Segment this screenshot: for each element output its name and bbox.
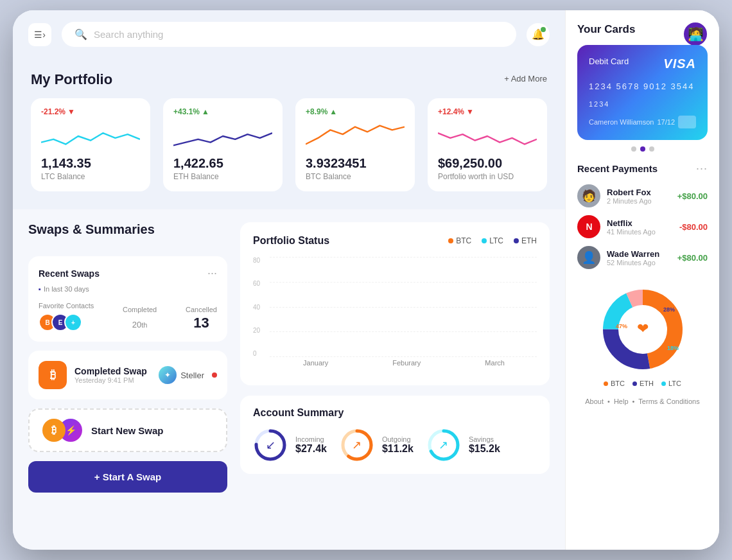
svg-text:47%: 47% — [616, 323, 627, 329]
payment-time-robert: 2 Minutes Ago — [607, 197, 671, 205]
footer-links: About • Help • Terms & Conditions — [577, 398, 708, 405]
ltc-value: 1,143.35 — [41, 156, 140, 171]
recent-swaps-menu[interactable]: ··· — [207, 267, 217, 280]
payment-info-robert: Robert Fox 2 Minutes Ago — [607, 188, 671, 205]
cancelled-val: 13 — [186, 315, 217, 331]
x-label-feb: Feburary — [392, 359, 421, 367]
recent-payments-title: Recent Payments — [577, 163, 658, 174]
bar-groups — [253, 257, 537, 356]
payment-wade: 👤 Wade Warren 52 Minutes Ago +$80.00 — [577, 246, 708, 269]
donut-legend-ltc: LTC — [661, 380, 681, 387]
status-dot — [212, 372, 217, 378]
ltc-chart — [41, 120, 140, 152]
payment-avatar-netflix: N — [577, 215, 600, 238]
ltc-change: -21.2% ▼ — [41, 107, 140, 116]
btc-value: 3.9323451 — [306, 156, 405, 171]
card-name: Cameron Williamson — [589, 118, 654, 126]
usd-chart — [438, 120, 537, 152]
savings-label: Savings — [469, 435, 500, 443]
menu-button[interactable]: ☰› — [28, 23, 51, 46]
payments-more-button[interactable]: ··· — [696, 162, 708, 175]
legend-btc: BTC — [448, 236, 471, 245]
donut-chart-container: ❤ 47% 28% 18% — [577, 284, 708, 374]
incoming-info: Incoming $27.4k — [295, 435, 327, 455]
notification-button[interactable]: 🔔 — [527, 23, 550, 46]
recent-swaps-header: Recent Swaps ··· — [39, 267, 217, 280]
svg-text:❤: ❤ — [637, 320, 649, 337]
avatars-row: B E + — [39, 313, 94, 331]
stellar-icon: ✦ — [159, 366, 177, 384]
svg-text:28%: 28% — [663, 306, 675, 313]
btc-label: BTC Balance — [306, 172, 405, 181]
portfolio-status-card: Portfolio Status BTC LTC — [240, 222, 550, 385]
eth-change: +43.1% ▲ — [173, 107, 272, 116]
portfolio-card-btc: +8.9% ▲ 3.9323451 BTC Balance — [295, 98, 415, 191]
payment-name-robert: Robert Fox — [607, 188, 671, 197]
recent-swaps-card: Recent Swaps ··· ▪ In last 30 days Favor… — [28, 256, 227, 342]
savings-icon: ↗ — [426, 428, 461, 462]
outgoing-label: Outgoing — [382, 435, 414, 443]
menu-icon: ☰› — [34, 30, 46, 40]
donut-dot-btc — [604, 381, 608, 386]
eth-value: 1,422.65 — [173, 156, 272, 171]
outgoing-icon: ↗ — [340, 428, 374, 462]
card-dot-1[interactable] — [631, 146, 636, 152]
usd-value: $69,250.00 — [438, 156, 537, 171]
ltc-label: LTC Balance — [41, 172, 140, 181]
payment-netflix: N Netflix 41 Minutes Ago -$80.00 — [577, 215, 708, 238]
chart-legend: BTC LTC ETH — [448, 236, 537, 245]
donut-legend-eth: ETH — [632, 380, 654, 387]
search-icon: 🔍 — [74, 28, 87, 40]
payment-time-netflix: 41 Minutes Ago — [607, 228, 673, 236]
savings-value: $15.2k — [469, 443, 500, 455]
incoming-label: Incoming — [295, 435, 327, 443]
payment-info-netflix: Netflix 41 Minutes Ago — [607, 218, 673, 236]
search-bar[interactable]: 🔍 Search anything — [62, 22, 516, 47]
credit-card: Debit Card VISA 1234 5678 9012 3544 1234… — [577, 45, 708, 140]
footer-help[interactable]: Help — [614, 398, 629, 405]
card-dot-2[interactable] — [640, 146, 645, 152]
swap-icons: ₿ ⚡ — [42, 419, 82, 442]
savings-ring-container: ↗ — [426, 428, 461, 462]
footer-sep-2: • — [632, 398, 635, 405]
portfolio-card-ltc: -21.2% ▼ 1,143.35 LTC Balance — [31, 98, 150, 191]
incoming-ring-container: ↙ — [253, 428, 288, 462]
btc-icon: ₿ — [39, 361, 67, 389]
footer-sep-1: • — [607, 398, 610, 405]
card-expiry: 17/12 — [657, 118, 675, 126]
chart-title: Portfolio Status — [253, 235, 329, 247]
footer-about[interactable]: About — [585, 398, 604, 405]
outgoing-value: $11.2k — [382, 443, 414, 455]
card-bottom: Cameron Williamson 17/12 — [589, 116, 696, 128]
payment-time-wade: 52 Minutes Ago — [607, 259, 671, 267]
usd-change: +12.4% ▼ — [438, 107, 537, 116]
add-more-button[interactable]: + Add More — [504, 74, 547, 83]
user-avatar[interactable]: 🧑‍💻 — [682, 21, 709, 48]
payment-avatar-robert: 🧑 — [577, 184, 600, 207]
start-swap-label: + Start A Swap — [94, 471, 161, 482]
card-dot-3[interactable] — [649, 146, 654, 152]
user-avatar-emoji: 🧑‍💻 — [688, 26, 704, 42]
outgoing-info: Outgoing $11.2k — [382, 435, 414, 455]
recent-payments-header: Recent Payments ··· — [577, 162, 708, 175]
footer-terms[interactable]: Terms & Conditions — [638, 398, 699, 405]
completed-swap-card: ₿ Completed Swap Yesterday 9:41 PM ✦ Ste… — [28, 351, 227, 399]
fav-contacts-row: Favorite Contacts B E + Completed 20th — [39, 302, 217, 331]
completed-val: 20th — [123, 315, 157, 331]
portfolio-section: My Portfolio + Add More -21.2% ▼ 1,143.3… — [13, 58, 565, 209]
card-number-2: 1234 — [589, 100, 696, 108]
bar-chart-container: 806040200 — [253, 257, 537, 372]
fav-contacts-label: Favorite Contacts — [39, 302, 94, 310]
swap-info: Completed Swap Yesterday 9:41 PM — [74, 366, 151, 384]
start-new-label: Start New Swap — [91, 425, 164, 436]
left-panel: Swaps & Summaries Recent Swaps ··· ▪ In … — [28, 222, 227, 537]
recent-swaps-title: Recent Swaps — [39, 268, 100, 279]
donut-legend-btc: BTC — [604, 380, 625, 387]
account-summary-card: Account Summary ↙ — [240, 396, 550, 474]
start-new-swap-button[interactable]: ₿ ⚡ Start New Swap — [28, 408, 227, 452]
incoming-value: $27.4k — [295, 443, 327, 455]
eth-label: ETH Balance — [173, 172, 272, 181]
start-swap-button[interactable]: + Start A Swap — [28, 461, 227, 493]
portfolio-title: My Portfolio — [31, 71, 112, 88]
card-chip — [678, 116, 696, 128]
